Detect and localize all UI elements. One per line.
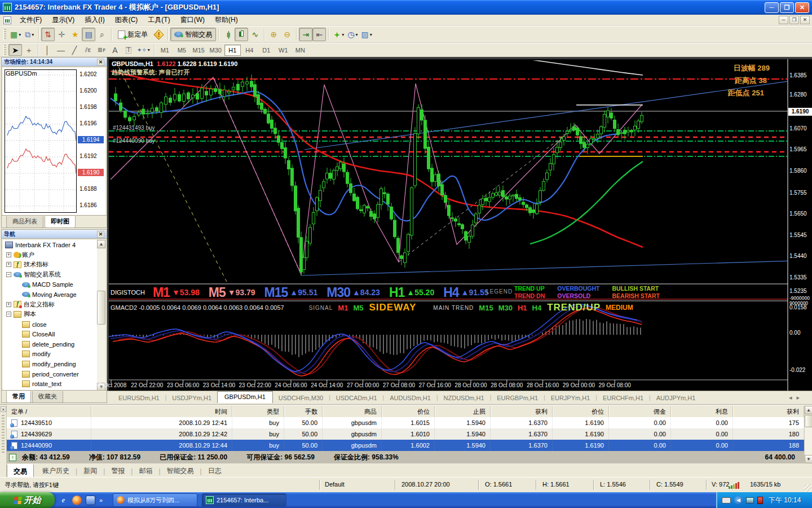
- market-watch-tab-商品列表[interactable]: 商品列表: [6, 216, 43, 228]
- toolbar-grip[interactable]: [3, 45, 6, 56]
- navigator-item[interactable]: rotate_text: [3, 379, 99, 389]
- auto-scroll-button[interactable]: ⇥: [299, 28, 312, 41]
- order-row[interactable]: 1244400902008.10.29 12:44buy50.00gbpusdm…: [7, 440, 804, 451]
- navigator-item[interactable]: −脚本: [3, 309, 99, 319]
- menu-item[interactable]: 帮助(H): [210, 15, 243, 25]
- chart-tab-eurgbpm-h1[interactable]: EURGBPm,H1: [491, 393, 544, 403]
- terminal-tab-警报[interactable]: 警报: [105, 465, 131, 478]
- column-header[interactable]: 时间: [91, 406, 232, 417]
- scroll-down-icon[interactable]: ▼: [805, 455, 812, 463]
- toolbar-grip[interactable]: [3, 29, 6, 40]
- tick-chart[interactable]: GBPUSDm 1.62021.62001.61981.61961.61941.…: [3, 68, 105, 215]
- timeframe-d1[interactable]: D1: [258, 45, 275, 56]
- timeframe-h1[interactable]: H1: [224, 45, 241, 56]
- order-row[interactable]: 1244396292008.10.29 12:42buy50.00gbpusdm…: [7, 428, 804, 440]
- new-order-button[interactable]: 新定单: [114, 28, 152, 41]
- start-button[interactable]: 开始: [0, 492, 55, 508]
- market-watch-titlebar[interactable]: 市场报价: 14:14:34 ✕: [2, 58, 107, 67]
- window-titlebar[interactable]: 2154657: Interbank FX Trader 4 - 模拟帐户 - …: [0, 0, 812, 15]
- mdi-minimize-button[interactable]: ─: [779, 16, 788, 24]
- bar-chart-button[interactable]: ı|ı: [221, 28, 235, 41]
- navigator-tab-常用[interactable]: 常用: [6, 391, 31, 403]
- menu-item[interactable]: 文件(F): [15, 15, 47, 25]
- navigator-item[interactable]: +ƒ技术指标: [3, 260, 99, 270]
- navigator-item[interactable]: modify: [3, 349, 99, 360]
- menu-item[interactable]: 图表(C): [110, 15, 143, 25]
- order-row[interactable]: 1244395102008.10.29 12:41buy50.00gbpusdm…: [7, 417, 804, 428]
- equidistant-channel-button[interactable]: ⫽ᴇ: [81, 44, 95, 56]
- column-header[interactable]: 价位: [553, 406, 609, 417]
- firefox-icon[interactable]: [72, 496, 82, 505]
- timeframe-m30[interactable]: M30: [208, 45, 224, 56]
- taskbar-button-2[interactable]: 2154657: Interba...: [202, 493, 286, 507]
- navigator-close-icon[interactable]: ✕: [97, 231, 104, 238]
- text-label-button[interactable]: T: [122, 44, 135, 56]
- expert-advisors-button[interactable]: 智能交易: [170, 28, 216, 41]
- chart-tab-eurjpym-h1[interactable]: EURJPYm,H1: [545, 393, 596, 403]
- menu-item[interactable]: 窗口(W): [175, 15, 210, 25]
- column-header[interactable]: 止损: [435, 406, 491, 417]
- zoom-out-button[interactable]: ⊖: [280, 28, 294, 41]
- language-bar-icon[interactable]: ◀: [734, 496, 743, 505]
- crosshair-button[interactable]: ＋: [22, 44, 36, 56]
- scrollbar-thumb[interactable]: [805, 415, 812, 427]
- terminal-drag-handle[interactable]: [2, 415, 5, 454]
- navigator-item[interactable]: MACD Sample: [3, 279, 99, 290]
- cursor-button[interactable]: ➤: [8, 44, 22, 56]
- column-header[interactable]: 定单 /: [7, 406, 91, 417]
- new-chart-button[interactable]: ▦▾: [8, 28, 23, 41]
- terminal-tab-邮箱[interactable]: 邮箱: [133, 465, 158, 478]
- zoom-in-button[interactable]: ⊕: [267, 28, 280, 41]
- chart-tab-audjpym-h1[interactable]: AUDJPYm,H1: [651, 393, 701, 403]
- vertical-line-button[interactable]: │: [41, 44, 54, 56]
- line-chart-button[interactable]: ∿: [248, 28, 262, 41]
- terminal-tab-智能交易[interactable]: 智能交易: [161, 465, 200, 478]
- status-profile[interactable]: Default: [325, 481, 345, 488]
- text-button[interactable]: A: [108, 44, 122, 56]
- chart-tab-eurusdm-h1[interactable]: EURUSDm,H1: [113, 393, 165, 403]
- scroll-up-icon[interactable]: ▲: [805, 406, 812, 414]
- chart-tab-audusdm-h1[interactable]: AUDUSDm,H1: [384, 393, 436, 403]
- terminal-tab-日志[interactable]: 日志: [202, 465, 228, 478]
- column-header[interactable]: 价位: [382, 406, 435, 417]
- ie-icon[interactable]: e: [59, 496, 68, 505]
- mdi-close-button[interactable]: ✕: [800, 16, 810, 24]
- horizontal-line-button[interactable]: —: [54, 44, 68, 56]
- column-header[interactable]: 商品: [323, 406, 382, 417]
- taskbar-button-1[interactable]: 模拟从8万亏到四...: [113, 493, 197, 507]
- terminal-tab-交易[interactable]: 交易: [7, 464, 34, 479]
- scroll-up-icon[interactable]: ▲: [97, 240, 105, 248]
- candlestick-chart-button[interactable]: [235, 28, 248, 41]
- periods-button[interactable]: ◷▾: [346, 28, 359, 41]
- chart-tab-usdcadm-h1[interactable]: USDCADm,H1: [330, 393, 383, 403]
- timeframe-mn[interactable]: MN: [292, 45, 308, 56]
- navigator-item[interactable]: +ƒ自定义指标: [3, 300, 99, 310]
- alerts-button[interactable]: !: [152, 28, 165, 41]
- timeframe-w1[interactable]: W1: [275, 45, 292, 56]
- app-tray-icon[interactable]: [757, 497, 763, 504]
- templates-button[interactable]: ▨▾: [360, 28, 374, 41]
- navigator-item[interactable]: delete_pending: [3, 339, 99, 349]
- chart-plot[interactable]: [109, 59, 812, 391]
- navigator-item[interactable]: close: [3, 319, 99, 330]
- market-watch-toggle-button[interactable]: ⇅: [41, 28, 55, 41]
- chart-tab-gbpusdm-h1[interactable]: GBPUSDm,H1: [217, 391, 273, 403]
- terminal-tab-新闻[interactable]: 新闻: [77, 465, 103, 478]
- terminal-tab-账户历史[interactable]: 账户历史: [36, 465, 76, 478]
- terminal-close-icon[interactable]: ✕: [1, 406, 6, 412]
- strategy-tester-button[interactable]: ⌕: [95, 28, 109, 41]
- quick-launch-chevron[interactable]: »: [99, 497, 103, 503]
- fibonacci-button[interactable]: ≣ꜰ: [95, 44, 108, 56]
- navigator-item[interactable]: −智能交易系统: [3, 270, 99, 280]
- chart-tab-scroll-arrows[interactable]: ◂▸: [789, 394, 804, 401]
- timeframe-h4[interactable]: H4: [241, 45, 258, 56]
- data-window-button[interactable]: ✛: [55, 28, 68, 41]
- resize-grip[interactable]: [804, 484, 811, 492]
- navigator-tab-收藏夹[interactable]: 收藏夹: [32, 391, 63, 403]
- orders-table-header[interactable]: 定单 /时间类型手数商品价位止损获利价位佣金利息获利: [7, 406, 804, 417]
- network-tray-icon[interactable]: [746, 497, 754, 503]
- column-header[interactable]: 获利: [491, 406, 553, 417]
- chart-tab-usdjpym-h1[interactable]: USDJPYm,H1: [166, 393, 217, 403]
- menu-item[interactable]: 工具(T): [143, 15, 175, 25]
- chart-tab-eurchfm-h1[interactable]: EURCHFm,H1: [597, 393, 649, 403]
